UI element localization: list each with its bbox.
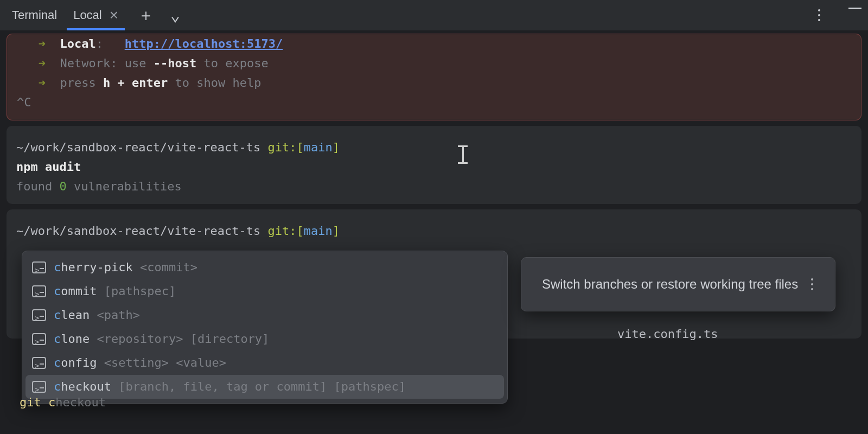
typed-text: git c — [20, 395, 55, 409]
terminal-icon — [32, 309, 46, 321]
autocomplete-popup: cherry-pick <commit>commit [pathspec]cle… — [22, 251, 508, 404]
command-npm-audit: npm audit — [16, 157, 852, 177]
prompt-line: ~/work/sandbox-react/vite-react-ts git:[… — [16, 138, 852, 157]
ghost-text: heckout — [55, 395, 106, 409]
audit-result: found 0 vulnerabilities — [16, 177, 852, 196]
vite-help-line: ➜ press h + enter to show help — [17, 73, 851, 93]
autocomplete-text: cherry-pick <commit> — [54, 258, 197, 277]
autocomplete-text: config <setting> <value> — [54, 354, 226, 372]
ctrl-c: ^C — [17, 93, 851, 112]
file-vite-config: vite.config.ts — [617, 324, 718, 344]
vite-network-line: ➜ Network: use --host to expose — [17, 54, 851, 73]
more-options-icon[interactable] — [815, 6, 824, 24]
text-cursor-icon — [458, 145, 468, 164]
vite-output-block: ➜ Local: http://localhost:5173/ ➜ Networ… — [7, 34, 861, 120]
autocomplete-item[interactable]: config <setting> <value> — [22, 351, 507, 375]
vite-network-label: Network — [60, 56, 111, 70]
autocomplete-item[interactable]: commit [pathspec] — [22, 279, 507, 303]
autocomplete-text: clean <path> — [54, 306, 140, 324]
vite-local-line: ➜ Local: http://localhost:5173/ — [17, 34, 851, 54]
panel-title: Terminal — [12, 8, 57, 22]
autocomplete-item[interactable]: clean <path> — [22, 303, 507, 327]
command-tooltip: Switch branches or restore working tree … — [521, 257, 835, 311]
tab-label: Local — [73, 8, 102, 22]
close-icon[interactable]: × — [110, 8, 118, 23]
terminal-icon — [32, 381, 46, 393]
npm-audit-block: ~/work/sandbox-react/vite-react-ts git:[… — [7, 126, 861, 204]
terminal-tabbar: Terminal Local × ＋ ⌄ — [0, 0, 868, 30]
arrow-icon: ➜ — [39, 56, 46, 70]
autocomplete-text: commit [pathspec] — [54, 282, 176, 301]
terminal-icon — [32, 261, 46, 273]
terminal-icon — [32, 357, 46, 369]
minimize-icon[interactable] — [848, 8, 861, 9]
autocomplete-text: clone <repository> [directory] — [54, 330, 269, 348]
terminal-icon — [32, 285, 46, 297]
vite-local-label: Local — [60, 37, 96, 50]
prompt-line: ~/work/sandbox-react/vite-react-ts git:[… — [16, 221, 852, 241]
tab-local[interactable]: Local × — [67, 0, 125, 30]
tooltip-more-icon[interactable] — [811, 278, 813, 290]
command-input-line[interactable]: git checkout — [20, 393, 106, 412]
localhost-link[interactable]: http://localhost:5173/ — [125, 37, 283, 50]
autocomplete-item[interactable]: clone <repository> [directory] — [22, 327, 507, 351]
chevron-down-icon[interactable]: ⌄ — [167, 7, 183, 23]
add-tab-icon[interactable]: ＋ — [135, 7, 157, 23]
autocomplete-item[interactable]: cherry-pick <commit> — [22, 256, 507, 279]
tooltip-text: Switch branches or restore working tree … — [542, 275, 798, 293]
terminal-icon — [32, 333, 46, 345]
arrow-icon: ➜ — [39, 37, 46, 50]
arrow-icon: ➜ — [39, 76, 46, 90]
autocomplete-text: checkout [branch, file, tag or commit] [… — [54, 378, 406, 396]
